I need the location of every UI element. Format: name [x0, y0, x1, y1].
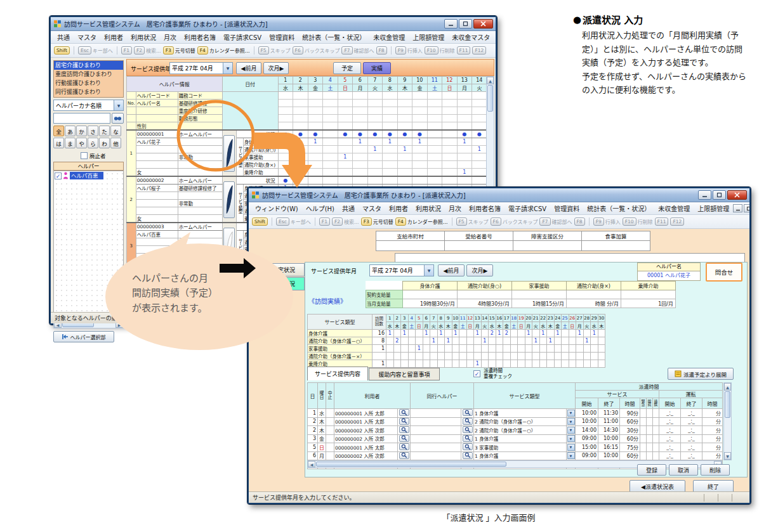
scrollbar-thumb[interactable]: [725, 391, 730, 418]
partner-search-button[interactable]: [463, 418, 473, 425]
dispatch-row[interactable]: 5日000000001 入所 太郎3 家事援助▼15:0016:1575分_:_…: [308, 443, 723, 452]
toolbar-key-f9[interactable]: F9行挿入: [395, 46, 423, 55]
kana-filter-button[interactable]: ら: [88, 138, 98, 148]
search-lookup-button[interactable]: [112, 113, 124, 124]
service-month-select[interactable]: 平成 27年 04月 ▼: [369, 264, 434, 276]
kana-filter-button[interactable]: 全: [53, 126, 64, 136]
toolbar-key-esc[interactable]: Escキー部へ: [276, 217, 311, 226]
kana-filter-button[interactable]: か: [76, 126, 87, 136]
kana-filter-button[interactable]: 他: [110, 138, 121, 148]
menu-item[interactable]: 統計表（一覧・状況）: [298, 32, 369, 42]
toolbar-key-f3[interactable]: F3元号切替: [361, 217, 393, 226]
office-list-item[interactable]: 居宅介護ひまわり: [54, 61, 123, 70]
toolbar-key-f10[interactable]: F10行削除: [623, 217, 653, 226]
register-button[interactable]: 登録: [637, 464, 666, 476]
helper-list-item[interactable]: ✓ ヘルパ百恵: [54, 171, 123, 180]
toolbar-key-f9[interactable]: F9行挿入: [593, 217, 621, 226]
dropdown-arrow-icon[interactable]: ▼: [567, 452, 575, 459]
user-search-button[interactable]: [399, 409, 409, 416]
scroll-left-icon[interactable]: ◀: [308, 461, 315, 467]
toolbar-key-f8[interactable]: F8: [574, 217, 585, 226]
kana-filter-button[interactable]: な: [110, 126, 121, 136]
partner-search-button[interactable]: [463, 435, 473, 442]
dispatch-status-list-button[interactable]: ◀派遣状況表: [630, 480, 685, 493]
menu-item[interactable]: 利用者名簿: [465, 204, 504, 213]
toolbar-key-esc[interactable]: Escキー部へ: [78, 46, 113, 55]
minimize-button[interactable]: [444, 19, 458, 29]
title-bar[interactable]: 訪問サービス管理システム 居宅介護事業所 ひまわり - [派遣状況入力]: [51, 17, 496, 31]
menu-item[interactable]: 利用者: [385, 204, 412, 213]
toolbar-key-f6[interactable]: F6バックスキップ: [491, 217, 538, 226]
tab-service-content[interactable]: サービス提供内容: [307, 367, 368, 380]
helper-select-button[interactable]: ヘルパー選択部: [53, 331, 114, 342]
menu-item[interactable]: 月次: [445, 204, 465, 213]
menu-item[interactable]: 賃金算定: [494, 32, 496, 42]
scrollbar-thumb[interactable]: [316, 462, 506, 467]
toolbar-key-f8[interactable]: F8: [376, 46, 387, 55]
user-search-button[interactable]: [399, 443, 409, 450]
menu-item[interactable]: 共通: [338, 204, 359, 213]
toolbar-key-f4[interactable]: F4カレンダー参照...: [395, 217, 448, 226]
menu-item[interactable]: 未収金マスタ: [448, 32, 494, 42]
scroll-down-icon[interactable]: ▼: [724, 452, 731, 460]
menu-item[interactable]: ウィンドウ(W): [251, 204, 302, 213]
inquiry-button[interactable]: 問合せ: [706, 263, 742, 282]
toolbar-key-f7[interactable]: F7確認部へ: [539, 217, 572, 226]
restore-button[interactable]: [713, 190, 726, 200]
exit-button[interactable]: 終了: [693, 480, 734, 493]
dropdown-arrow-icon[interactable]: ▼: [567, 410, 575, 417]
prev-month-button[interactable]: ◀前月: [236, 62, 261, 74]
next-month-button[interactable]: 次月▶: [466, 264, 493, 276]
office-list-item[interactable]: 行動援護ひまわり: [54, 79, 123, 88]
minimize-button[interactable]: [698, 190, 711, 200]
toolbar-key-f6[interactable]: F6バックスキップ: [293, 46, 340, 55]
menu-item[interactable]: 管理資料: [265, 32, 298, 42]
maximize-button[interactable]: [459, 19, 472, 29]
menu-item[interactable]: 上限額管理: [694, 204, 733, 213]
dispatch-row[interactable]: 2木000000001 入所 太郎2 通院介助（身体介護－○）▼10:0011:…: [308, 417, 723, 426]
kana-filter-button[interactable]: わ: [99, 138, 110, 148]
office-list-item[interactable]: 重度訪問介護ひまわり: [54, 70, 123, 79]
scrollbar-thumb[interactable]: [487, 85, 493, 112]
dispatch-row[interactable]: 6月000000002 入所 次郎1 身体介護▼09:0010:0060分_:_…: [308, 451, 723, 460]
helper-search-input[interactable]: [53, 113, 110, 124]
toolbar-key-f7[interactable]: F7確認部へ: [341, 46, 374, 55]
menu-item[interactable]: 電子請求CSV: [504, 204, 550, 213]
feather-button[interactable]: [223, 135, 235, 172]
menu-item[interactable]: 月次: [160, 32, 180, 42]
toolbar-key-f2[interactable]: F2検索...: [332, 217, 359, 226]
prev-month-button[interactable]: ◀前月: [438, 264, 465, 276]
close-button[interactable]: [727, 190, 747, 200]
user-search-button[interactable]: [399, 452, 409, 459]
sort-order-select[interactable]: ヘルパーカナ名順 ▼: [53, 100, 124, 111]
feather-button[interactable]: [223, 181, 235, 218]
user-search-button[interactable]: [399, 426, 409, 433]
menu-item[interactable]: ヘルプ(H): [302, 204, 338, 213]
menu-item[interactable]: 利用状況: [127, 32, 160, 42]
expand-from-plan-button[interactable]: 派遣予定より展開: [668, 368, 734, 380]
partner-search-button[interactable]: [463, 452, 473, 459]
menu-item[interactable]: 上限額管理: [409, 32, 448, 42]
office-list-item[interactable]: 同行援護ひまわり: [54, 88, 123, 96]
kana-filter-button[interactable]: さ: [88, 126, 98, 136]
actual-toggle-button[interactable]: 実績: [363, 62, 391, 74]
toolbar-key-f3[interactable]: F3元号切替: [163, 46, 195, 55]
toolbar-key-f12[interactable]: F12: [670, 217, 684, 226]
dropdown-arrow-icon[interactable]: ▼: [567, 444, 575, 451]
menu-item[interactable]: 統計表（一覧・状況）: [583, 204, 654, 213]
dropdown-arrow-icon[interactable]: ▼: [567, 427, 575, 434]
scroll-up-icon[interactable]: ▲: [724, 383, 731, 391]
toolbar-key-f5[interactable]: F5スキップ: [456, 217, 489, 226]
close-button[interactable]: [473, 19, 493, 29]
toolbar-key-f11[interactable]: F11: [457, 46, 471, 55]
kana-filter-button[interactable]: ま: [65, 138, 76, 148]
scroll-up-icon[interactable]: ▲: [487, 77, 494, 84]
mdi-minimize-button[interactable]: [733, 204, 742, 212]
overlap-check-checkbox[interactable]: ✓: [473, 370, 480, 377]
menu-item[interactable]: 利用者名簿: [180, 32, 220, 42]
toolbar-key-f12[interactable]: F12: [472, 46, 486, 55]
menu-item[interactable]: 電子請求CSV: [220, 32, 265, 42]
partner-search-button[interactable]: [463, 426, 473, 433]
toolbar-key-f2[interactable]: F2検索...: [134, 46, 161, 55]
service-month-select[interactable]: 平成 27年 04月 ▼: [169, 62, 233, 74]
